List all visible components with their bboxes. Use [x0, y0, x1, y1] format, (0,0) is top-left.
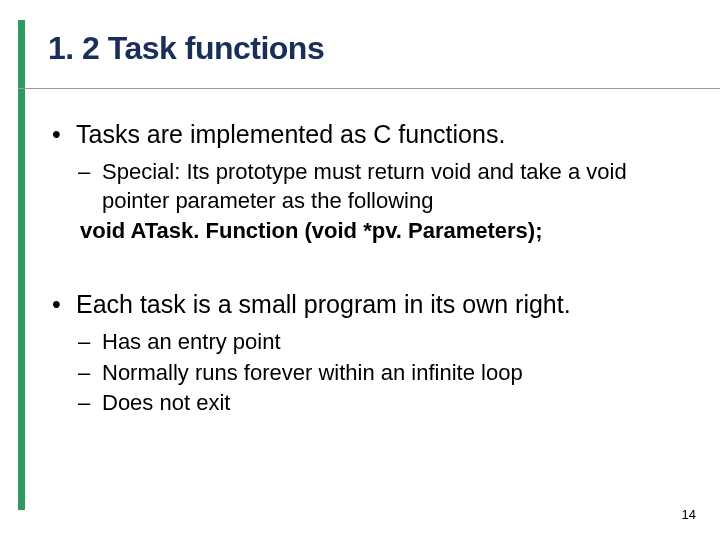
sub-bullet-text: Has an entry point [102, 329, 281, 354]
code-prototype: void ATask. Function (void *pv. Paramete… [76, 217, 680, 245]
page-number: 14 [682, 507, 696, 522]
bullet-list: Tasks are implemented as C functions. Sp… [48, 119, 680, 418]
slide-title: 1. 2 Task functions [48, 30, 680, 67]
slide-body: Tasks are implemented as C functions. Sp… [48, 119, 680, 418]
bullet-text: Each task is a small program in its own … [76, 290, 571, 318]
bullet-text: Tasks are implemented as C functions. [76, 120, 505, 148]
spacer [48, 251, 680, 289]
sub-bullet-item: Has an entry point [76, 328, 680, 357]
sub-bullet-item: Normally runs forever within an infinite… [76, 359, 680, 388]
sub-bullet-item: Does not exit [76, 389, 680, 418]
sub-bullet-list: Has an entry point Normally runs forever… [76, 328, 680, 418]
slide-content: 1. 2 Task functions Tasks are implemente… [48, 30, 680, 424]
sub-bullet-item: Special: Its prototype must return void … [76, 158, 680, 215]
side-accent-bar [18, 20, 25, 510]
bullet-item: Each task is a small program in its own … [48, 289, 680, 418]
sub-bullet-list: Special: Its prototype must return void … [76, 158, 680, 215]
bullet-item: Tasks are implemented as C functions. Sp… [48, 119, 680, 245]
sub-bullet-text: Does not exit [102, 390, 230, 415]
sub-bullet-text: Normally runs forever within an infinite… [102, 360, 523, 385]
slide: 1. 2 Task functions Tasks are implemente… [0, 0, 720, 540]
sub-bullet-text: Special: Its prototype must return void … [102, 159, 627, 213]
